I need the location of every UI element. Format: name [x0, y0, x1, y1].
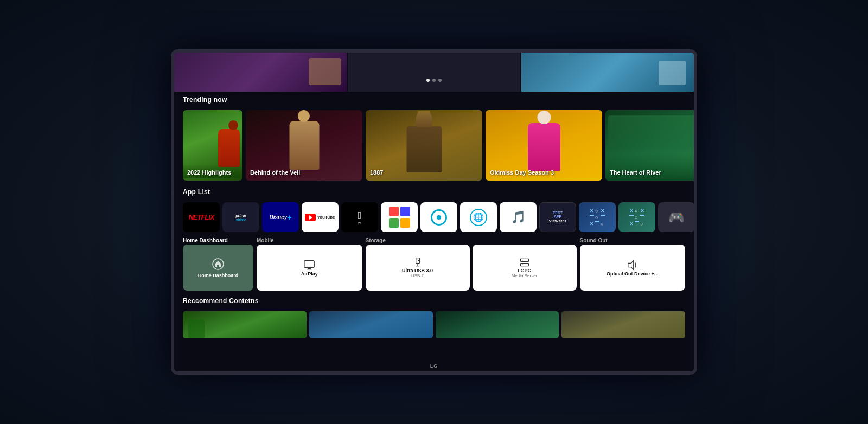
- home-dashboard-label: Home Dashboard: [198, 273, 239, 278]
- svg-marker-10: [628, 260, 634, 269]
- viewster-inner: TEST APP viewster: [549, 211, 566, 223]
- youtube-text: YouTube: [317, 215, 335, 220]
- app-browser[interactable]: 🌐: [460, 202, 497, 232]
- xo-grid-1: ✕ ○ ✕ ○ ✕ ○: [585, 204, 609, 231]
- woman-figure: [289, 121, 319, 170]
- music-inner: 🎵: [511, 210, 526, 224]
- app-game2[interactable]: ✕ ○ ✕ ○ ✕ ○: [618, 202, 655, 232]
- xo2-line2: [640, 215, 644, 216]
- grid-cell-2: [400, 207, 410, 216]
- trending-title-1: 2022 Highlights: [187, 169, 231, 176]
- trending-item-3[interactable]: 1887: [366, 110, 482, 181]
- app-smart-home[interactable]: [420, 202, 457, 232]
- svg-point-8: [522, 260, 523, 261]
- app-apple-tv[interactable]:  tv: [341, 202, 378, 232]
- lg-logo: LG: [430, 363, 438, 369]
- trending-title-5: The Heart of River: [610, 169, 661, 176]
- smart-home-dot: [437, 215, 441, 220]
- prime-video-text: video: [235, 217, 246, 221]
- dot-1: [426, 79, 430, 82]
- recommend-item-4[interactable]: [561, 311, 685, 338]
- trending-item-2[interactable]: Behind of the Veil: [246, 110, 362, 181]
- prime-text: prime: [235, 214, 246, 217]
- music-note-icon: 🎵: [511, 210, 526, 224]
- trending-row: 2022 Highlights Behind of the Veil 1887: [174, 110, 694, 184]
- unknown-app-icon: 🎮: [668, 210, 685, 225]
- smart-home-icon: [431, 209, 447, 226]
- football-head: [228, 120, 238, 130]
- xo-grid-2: ✕ ○ ✕ ○ ✕ ○: [625, 204, 649, 231]
- home-dashboard-card[interactable]: Home Dashboard: [183, 245, 253, 291]
- dashboard-section-headers: Home Dashboard Mobile Storage Sound Out: [174, 235, 694, 245]
- trending-title-2: Behind of the Veil: [250, 169, 300, 176]
- xo2-x3: ✕: [629, 221, 634, 227]
- trending-item-1[interactable]: 2022 Highlights: [183, 110, 242, 181]
- app-youtube[interactable]: YouTube: [302, 202, 339, 232]
- rec-tree: [188, 319, 205, 338]
- app-prime-video[interactable]: prime video: [222, 202, 259, 232]
- banner-decoration-1: [309, 58, 341, 85]
- app-game1[interactable]: ✕ ○ ✕ ○ ✕ ○: [579, 202, 616, 232]
- banner-item-3[interactable]: [521, 53, 694, 92]
- apple-icon: : [358, 210, 362, 221]
- banner-item-1[interactable]: [174, 53, 347, 92]
- prime-inner: prime video: [235, 214, 246, 221]
- app-viewster[interactable]: TEST APP viewster: [539, 202, 576, 232]
- xo-line3: [595, 221, 599, 222]
- home-house-icon: [212, 258, 225, 271]
- disney-plus-sign: +: [287, 214, 291, 221]
- xo2-x2: ✕: [640, 208, 644, 214]
- netflix-text: NETFLIX: [188, 213, 214, 221]
- recommend-row: [174, 311, 694, 338]
- recommend-item-3[interactable]: [436, 311, 559, 338]
- recommend-item-2[interactable]: [309, 311, 433, 338]
- viewster-test-label: TEST: [553, 211, 563, 215]
- appletv-inner:  tv: [358, 210, 362, 224]
- xo-o3: ○: [601, 221, 605, 227]
- svg-rect-7: [520, 264, 528, 266]
- dot-2: [432, 79, 436, 82]
- xo-o2: ○: [595, 215, 599, 220]
- svg-point-4: [416, 259, 417, 260]
- trending-title-4: Oldmiss Day Season 3: [490, 169, 554, 176]
- river-overlay: [605, 153, 694, 181]
- lgpc-card[interactable]: LGPC Media Server: [473, 245, 577, 291]
- app-multiview[interactable]: [381, 202, 418, 232]
- home-icon-container: Home Dashboard: [198, 258, 239, 278]
- tv-screen: Trending now 2022 Highlights: [174, 53, 694, 371]
- youtube-icon: [305, 214, 316, 221]
- cowboy-hat: [416, 111, 432, 127]
- recommend-label: Reccommend Contetns: [183, 297, 685, 305]
- globe-icon: 🌐: [473, 212, 484, 222]
- xo-o1: ○: [595, 208, 599, 214]
- mobile-header: Mobile: [257, 237, 362, 243]
- lady-figure: [528, 123, 560, 171]
- banner-item-2: [348, 53, 520, 92]
- banner-area: [174, 53, 694, 92]
- app-unknown[interactable]: 🎮: [658, 202, 694, 232]
- app-list-label: App List: [183, 188, 685, 196]
- football-figure: [218, 129, 240, 167]
- xo2-line3: [635, 221, 639, 222]
- trending-section-header: Trending now: [174, 92, 694, 110]
- app-disney-plus[interactable]: Disney +: [262, 202, 299, 232]
- airplay-card[interactable]: AirPlay: [257, 245, 362, 291]
- recommend-bg-1: [183, 311, 307, 338]
- xo2-line1: [629, 215, 634, 216]
- youtube-play-triangle: [309, 215, 312, 220]
- trending-item-4[interactable]: Oldmiss Day Season 3: [486, 110, 602, 181]
- trending-item-5[interactable]: The Heart of River: [605, 110, 694, 181]
- grid-cell-1: [389, 207, 399, 216]
- disney-text: Disney: [270, 214, 288, 220]
- usb-card[interactable]: Ultra USB 3.0 USB 2: [366, 245, 470, 291]
- dot-3: [438, 79, 442, 82]
- server-icon: [519, 257, 530, 268]
- xo2-x1: ✕: [629, 208, 634, 214]
- xo-line1: [590, 215, 594, 216]
- recommend-item-1[interactable]: [183, 311, 307, 338]
- optical-out-card[interactable]: Optical Out Device +...: [580, 245, 686, 291]
- grid-cell-3: [389, 218, 399, 228]
- app-music[interactable]: 🎵: [500, 202, 537, 232]
- app-netflix[interactable]: NETFLIX: [183, 202, 220, 232]
- banner-decoration-3: [659, 61, 686, 85]
